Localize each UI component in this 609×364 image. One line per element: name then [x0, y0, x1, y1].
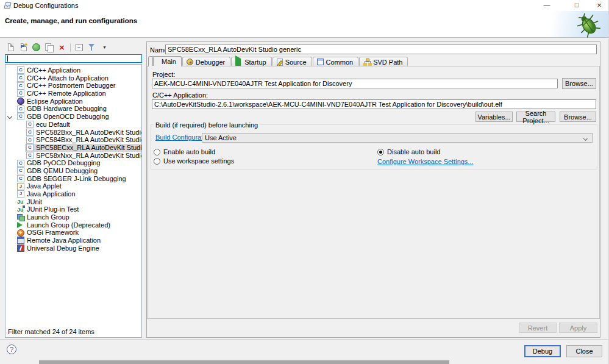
junit-plugin-icon: [17, 206, 24, 213]
tree-item[interactable]: Universal Debug Engine: [5, 244, 141, 252]
chevron-down-icon[interactable]: [8, 115, 12, 118]
close-button[interactable]: Close: [566, 345, 602, 357]
page-icon: [152, 58, 159, 65]
play-icon: [235, 59, 242, 66]
build-configuration-select[interactable]: Use Active: [202, 133, 593, 143]
title-bar: ST Debug Configurations — □ ×: [0, 0, 609, 11]
configurations-tree[interactable]: C/C++ Application C/C++ Attach to Applic…: [5, 64, 142, 338]
debug-button[interactable]: Debug: [524, 345, 561, 357]
project-label: Project:: [152, 71, 175, 78]
radio-icon[interactable]: [154, 149, 160, 155]
new-configuration-icon[interactable]: [6, 43, 15, 52]
c-config-icon: [26, 137, 34, 144]
toolbar-menu-arrow-icon[interactable]: ▼: [100, 43, 109, 52]
tree-item[interactable]: OSGi Framework: [5, 229, 141, 237]
c-config-icon: [26, 144, 34, 151]
header-art: [542, 11, 609, 37]
filter-icon[interactable]: [87, 43, 96, 52]
tree-item[interactable]: Eclipse Application: [5, 98, 141, 105]
use-workspace-settings-option[interactable]: Use workspace settings: [154, 157, 234, 165]
tab-main[interactable]: Main: [148, 56, 182, 66]
tree-item[interactable]: ecu Default: [5, 121, 141, 129]
c-config-icon: [26, 152, 34, 159]
variables-button[interactable]: Variables...: [475, 112, 513, 122]
tree-item[interactable]: JUnit: [5, 198, 141, 206]
tree-item[interactable]: SPC582Bxx_RLA AutoDevKit Studio generic: [5, 129, 141, 137]
radio-checked-icon[interactable]: [377, 149, 384, 155]
tree-item[interactable]: Remote Java Application: [5, 237, 141, 244]
tree-item[interactable]: Java Applet: [5, 182, 141, 190]
svg-text:ST: ST: [5, 4, 10, 8]
window-title: Debug Configurations: [13, 2, 78, 9]
search-project-button[interactable]: Search Project...: [516, 112, 555, 122]
tree-item[interactable]: GDB QEMU Debugging: [5, 167, 141, 175]
toolbar-separator: [70, 43, 71, 52]
minimize-icon[interactable]: —: [537, 0, 557, 11]
osgi-icon: [17, 229, 24, 237]
tree-item[interactable]: SPC58xNxx_RLA AutoDevKit Studio generic: [5, 152, 141, 160]
tree-item[interactable]: JUnit Plug-in Test: [5, 205, 141, 213]
tree-item[interactable]: GDB PyOCD Debugging: [5, 159, 141, 167]
browse-project-button[interactable]: Browse...: [562, 78, 596, 89]
close-icon[interactable]: ×: [589, 0, 609, 11]
chevron-down-icon: [583, 136, 588, 141]
tab-startup[interactable]: Startup: [231, 57, 271, 66]
configure-workspace-settings-link[interactable]: Configure Workspace Settings...: [377, 158, 474, 165]
tree-item[interactable]: SPC584Bxx_RLA AutoDevKit Studio generic: [5, 136, 141, 144]
maximize-icon[interactable]: □: [567, 0, 586, 11]
revert-button: Revert: [519, 323, 557, 333]
c-config-icon: [17, 74, 24, 82]
browse-application-button[interactable]: Browse...: [560, 112, 596, 122]
c-config-icon: [26, 129, 34, 136]
c-config-icon: [17, 167, 24, 174]
tab-source[interactable]: Source: [272, 57, 312, 66]
tab-common[interactable]: Common: [313, 57, 359, 66]
tree-item[interactable]: Launch Group: [5, 213, 141, 221]
duplicate-icon[interactable]: [45, 43, 54, 52]
build-group-label: Build (if required) before launching: [154, 121, 260, 129]
eclipse-icon: [17, 98, 24, 105]
text-caret: [7, 55, 8, 62]
tree-item-gdb-openocd[interactable]: GDB OpenOCD Debugging: [5, 113, 141, 121]
tree-item[interactable]: Java Application: [5, 190, 141, 198]
tab-svd-path[interactable]: SVD Path: [359, 57, 408, 66]
help-icon[interactable]: ?: [7, 344, 16, 354]
name-input[interactable]: [165, 45, 597, 54]
c-config-icon: [17, 90, 24, 97]
tree-item[interactable]: C/C++ Remote Application: [5, 90, 141, 98]
cpp-application-label: C/C++ Application:: [152, 91, 208, 99]
tree-item[interactable]: Launch Group (Deprecated): [5, 221, 141, 229]
svd-tree-icon: [363, 59, 371, 66]
footer-separator: [0, 339, 609, 340]
collapse-all-icon[interactable]: −: [74, 43, 84, 52]
export-configurations-icon[interactable]: [32, 43, 41, 52]
tab-debugger[interactable]: Debugger: [182, 57, 230, 66]
page-title: Create, manage, and run configurations: [5, 17, 137, 24]
filter-status: Filter matched 24 of 24 items: [8, 328, 94, 335]
disable-auto-build-option[interactable]: Disable auto build: [377, 148, 440, 155]
radio-icon[interactable]: [154, 158, 160, 165]
project-input[interactable]: [152, 79, 558, 88]
c-config-icon: [17, 105, 24, 113]
cpp-application-input[interactable]: [152, 99, 596, 109]
tree-item[interactable]: C/C++ Attach to Application: [5, 74, 141, 82]
delete-icon[interactable]: ×: [57, 43, 66, 52]
tree-item[interactable]: C/C++ Application: [5, 66, 141, 74]
java-icon: [17, 190, 24, 198]
debug-bug-icon: [572, 12, 604, 38]
window-bottom-edge: [39, 360, 449, 364]
window-icon: [317, 59, 324, 65]
enable-auto-build-option[interactable]: Enable auto build: [154, 148, 215, 155]
new-prototype-icon[interactable]: P★: [19, 43, 28, 52]
tree-item-selected[interactable]: SPC58ECxx_RLA AutoDevKit Studio generic: [5, 144, 141, 152]
tree-item[interactable]: GDB SEGGER J-Link Debugging: [5, 175, 141, 183]
tree-item[interactable]: C/C++ Postmortem Debugger: [5, 82, 141, 90]
c-config-icon: [17, 82, 24, 90]
filter-input[interactable]: [5, 54, 142, 63]
configurations-toolbar: P★ × − ▼: [6, 42, 109, 52]
debugger-icon: [187, 59, 193, 65]
c-config-icon: [26, 121, 34, 128]
tree-item[interactable]: GDB Hardware Debugging: [5, 105, 141, 113]
app-icon: ST: [4, 2, 12, 9]
tab-bar: Main Debugger Startup Source Common SVD …: [148, 56, 408, 66]
